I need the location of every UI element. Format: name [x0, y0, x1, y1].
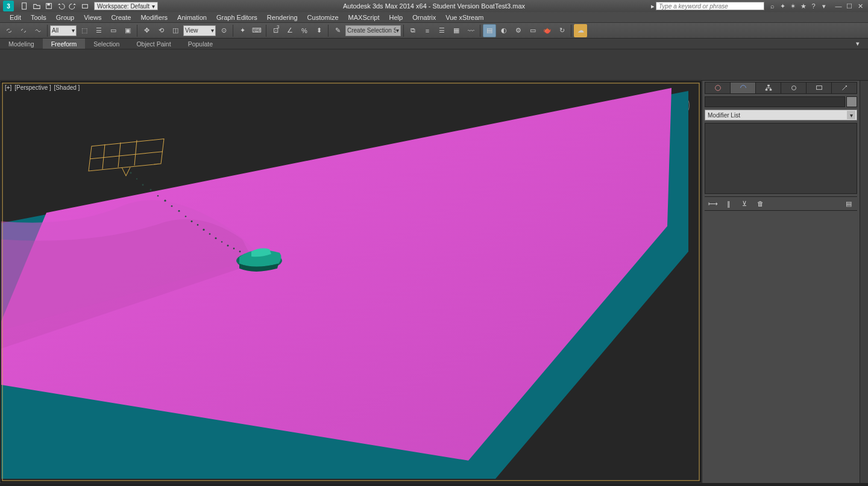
align-icon[interactable]: ≡ — [421, 24, 434, 37]
redo-icon[interactable] — [68, 1, 78, 11]
maximize-button[interactable]: ☐ — [844, 2, 855, 10]
pivot-center-icon[interactable]: ⊙ — [217, 24, 230, 37]
spinner-snap-icon[interactable]: ⬍ — [312, 24, 326, 37]
curve-editor-icon[interactable]: 〰 — [464, 24, 477, 37]
viewport-shade-button[interactable]: [Shaded ] — [54, 84, 80, 91]
menu-vuextream[interactable]: Vue xStream — [441, 12, 488, 22]
remove-modifier-icon[interactable]: 🗑 — [754, 198, 766, 209]
keyboard-shortcut-icon[interactable]: ⌨ — [250, 24, 263, 37]
rendered-frame-icon[interactable]: ▭ — [526, 24, 539, 37]
command-panel-scrollbar[interactable] — [860, 81, 868, 483]
new-icon[interactable] — [19, 1, 30, 11]
menu-maxscript[interactable]: MAXScript — [344, 12, 385, 22]
select-move-icon[interactable]: ✥ — [140, 24, 153, 37]
search-icon[interactable]: ⌕ — [768, 2, 777, 10]
open-icon[interactable] — [31, 1, 42, 11]
undo-icon[interactable] — [55, 1, 66, 11]
menu-grapheditors[interactable]: Graph Editors — [212, 12, 262, 22]
save-icon[interactable] — [43, 1, 54, 11]
utilities-tab-icon[interactable] — [832, 83, 857, 93]
ribbon-tab-modeling[interactable]: Modeling — [0, 39, 43, 49]
select-manipulate-icon[interactable]: ✦ — [236, 24, 249, 37]
mirror-icon[interactable]: ⧉ — [406, 24, 420, 37]
display-tab-icon[interactable] — [807, 83, 832, 93]
configure-sets-icon[interactable]: ▤ — [843, 198, 855, 209]
bind-spacewarp-icon[interactable] — [31, 24, 45, 37]
viewport-view-button[interactable]: [Perspective ] — [14, 84, 51, 91]
viewport-plus-button[interactable]: [+] — [5, 84, 11, 91]
layers-icon[interactable]: ☰ — [435, 24, 448, 37]
make-unique-icon[interactable]: ⊻ — [738, 198, 750, 209]
percent-snap-icon[interactable]: % — [298, 24, 311, 37]
ribbon-tab-populate[interactable]: Populate — [180, 39, 221, 49]
graphite-icon[interactable]: ▦ — [450, 24, 463, 37]
snap-toggle-icon[interactable]: 3⊡ — [269, 24, 282, 37]
edit-named-sel-icon[interactable]: ✎ — [331, 24, 344, 37]
selset-label: Create Selection Se — [347, 27, 396, 34]
viewport[interactable]: [+] [Perspective ] [Shaded ] — [1, 81, 701, 482]
ref-coord-dropdown[interactable]: View▾ — [183, 25, 216, 36]
create-tab-icon[interactable] — [705, 83, 731, 93]
close-button[interactable]: ✕ — [855, 2, 866, 10]
selection-filter-dropdown[interactable]: All▾ — [50, 25, 77, 36]
schematic-view-icon[interactable]: ▤ — [483, 24, 496, 37]
tool-a-icon[interactable]: ✦ — [778, 2, 787, 10]
help-search-input[interactable] — [656, 2, 764, 10]
link-icon[interactable] — [2, 24, 16, 37]
select-scale-icon[interactable]: ◫ — [169, 24, 182, 37]
window-crossing-icon[interactable]: ▣ — [121, 24, 134, 37]
ribbon-tab-objectpaint[interactable]: Object Paint — [128, 39, 179, 49]
render-production-icon[interactable]: 🫖 — [541, 24, 554, 37]
select-rotate-icon[interactable]: ⟲ — [154, 24, 168, 37]
ribbon-tab-freeform[interactable]: Freeform — [43, 39, 86, 49]
autodesk-360-icon[interactable]: ☁ — [574, 24, 587, 37]
project-icon[interactable] — [80, 1, 90, 11]
app-menu-button[interactable]: 3 — [0, 0, 17, 12]
menu-views[interactable]: Views — [79, 12, 106, 22]
bottom-bar — [0, 483, 868, 486]
show-end-result-icon[interactable]: ‖ — [723, 198, 735, 209]
modifier-stack[interactable] — [705, 123, 857, 194]
title-right: ▸ ⌕ ✦ ✶ ★ ? ▾ — ☐ ✕ — [651, 2, 866, 10]
menu-edit[interactable]: Edit — [5, 12, 26, 22]
select-by-name-icon[interactable]: ☰ — [92, 24, 105, 37]
motion-tab-icon[interactable] — [781, 83, 807, 93]
ribbon-tabs: Modeling Freeform Selection Object Paint… — [0, 39, 868, 49]
tool-b-icon[interactable]: ✶ — [788, 2, 797, 10]
workspace-dropdown[interactable]: Workspace: Default ▾ — [94, 2, 158, 10]
menu-animation[interactable]: Animation — [172, 12, 212, 22]
minimize-button[interactable]: — — [833, 2, 844, 10]
svg-point-21 — [197, 224, 199, 226]
menu-ornatrix[interactable]: Ornatrix — [407, 12, 441, 22]
ribbon-expand-icon[interactable]: ▾ — [852, 40, 863, 48]
angle-snap-icon[interactable]: ∠ — [283, 24, 297, 37]
select-region-icon[interactable]: ▭ — [107, 24, 120, 37]
ribbon-tab-selection[interactable]: Selection — [85, 39, 128, 49]
menu-customize[interactable]: Customize — [303, 12, 344, 22]
object-color-swatch[interactable] — [846, 96, 857, 107]
modifier-list-dropdown[interactable]: Modifier List ▾ — [705, 110, 857, 120]
hierarchy-tab-icon[interactable] — [756, 83, 781, 93]
svg-point-26 — [227, 245, 229, 246]
render-setup-icon[interactable]: ⚙ — [512, 24, 525, 37]
named-selection-dropdown[interactable]: Create Selection Se▾ — [345, 25, 401, 36]
select-object-icon[interactable]: ⬚ — [78, 24, 91, 37]
material-editor-icon[interactable]: ◐ — [497, 24, 511, 37]
main-toolbar: All▾ ⬚ ☰ ▭ ▣ ✥ ⟲ ◫ View▾ ⊙ ✦ ⌨ 3⊡ ∠ % ⬍ … — [0, 23, 868, 39]
unlink-icon[interactable] — [17, 24, 30, 37]
modify-tab-icon[interactable] — [731, 83, 756, 93]
svg-rect-37 — [816, 86, 822, 90]
menu-rendering[interactable]: Rendering — [262, 12, 303, 22]
separator — [137, 25, 137, 37]
star-icon[interactable]: ★ — [799, 2, 808, 10]
menu-modifiers[interactable]: Modifiers — [136, 12, 172, 22]
object-name-field[interactable] — [705, 96, 845, 107]
render-iterative-icon[interactable]: ↻ — [555, 24, 568, 37]
help-icon[interactable]: ? — [809, 2, 818, 10]
pin-stack-icon[interactable]: ⟼ — [707, 198, 719, 209]
menu-group[interactable]: Group — [51, 12, 80, 22]
chevron-down-icon[interactable]: ▾ — [819, 2, 828, 10]
menu-tools[interactable]: Tools — [26, 12, 51, 22]
menu-create[interactable]: Create — [106, 12, 136, 22]
menu-help[interactable]: Help — [385, 12, 408, 22]
